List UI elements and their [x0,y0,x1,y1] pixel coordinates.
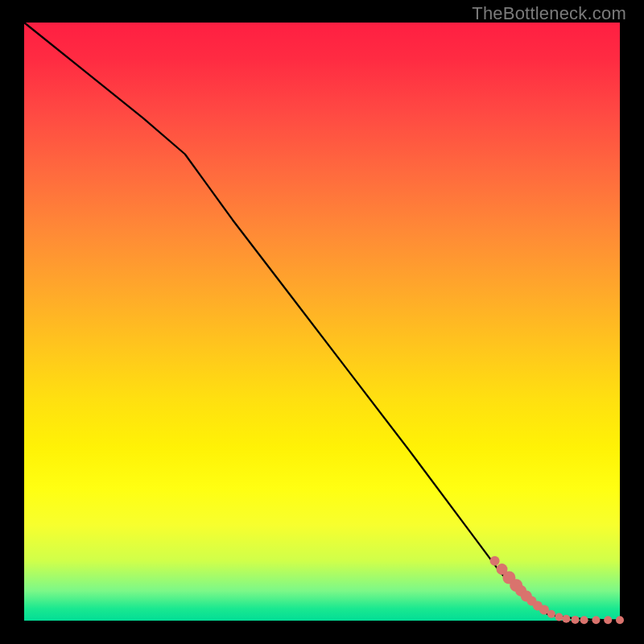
plot-area [24,23,620,621]
marker-dot [580,616,588,624]
marker-dot [616,616,624,624]
marker-dot [555,613,564,621]
chart-frame: TheBottleneck.com [0,0,644,644]
marker-cluster [490,556,624,625]
marker-dot [572,616,580,624]
chart-svg [24,23,620,621]
marker-dot [490,556,500,566]
watermark-text: TheBottleneck.com [472,3,626,24]
marker-dot [562,615,570,623]
marker-dot [592,616,600,624]
marker-dot [604,616,612,624]
bottleneck-curve-line [24,23,620,620]
marker-dot [547,610,555,618]
